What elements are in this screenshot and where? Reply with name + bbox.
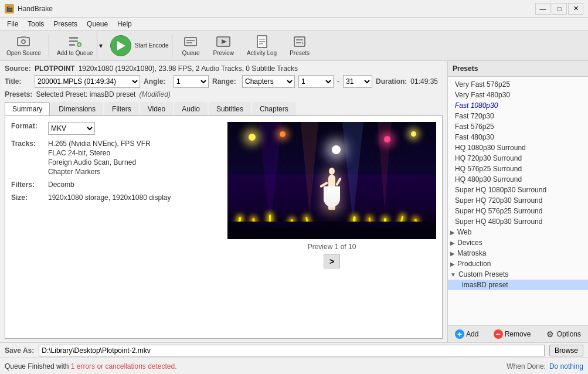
tab-filters[interactable]: Filters (104, 102, 139, 115)
track-1: H.265 (Nvidia NVEnc), FPS VFR (48, 140, 151, 148)
presets-row: Presets: Selected Preset: imasBD preset … (5, 90, 443, 98)
track-4: Chapter Markers (48, 168, 151, 176)
preview-button[interactable]: Preview (208, 32, 239, 59)
tracks-label: Tracks: (11, 140, 43, 176)
start-encode-button[interactable] (110, 35, 131, 56)
queue-button[interactable]: Queue (176, 32, 205, 59)
svg-rect-15 (259, 41, 265, 42)
status-text-1: Queue Finished (5, 362, 55, 370)
web-group-label: Web (457, 228, 471, 236)
preset-hq-576[interactable]: HQ 576p25 Surround (448, 164, 588, 174)
svg-rect-16 (259, 43, 263, 45)
add-preset-button[interactable]: + Add (453, 328, 481, 340)
preset-fast-720[interactable]: Fast 720p30 (448, 111, 588, 121)
preset-very-fast-576[interactable]: Very Fast 576p25 (448, 79, 588, 90)
app-icon: 🎬 (5, 4, 14, 13)
tabs-bar: Summary Dimensions Filters Video Audio S… (5, 102, 443, 116)
separator-2 (172, 35, 172, 57)
close-button[interactable]: ✕ (568, 3, 583, 15)
tracks-row: Tracks: H.265 (Nvidia NVEnc), FPS VFR FL… (11, 140, 222, 176)
add-to-queue-button[interactable]: + Add to Queue (53, 32, 97, 59)
production-group-label: Production (457, 260, 491, 268)
angle-select[interactable]: 1 (174, 75, 209, 88)
preset-group-web[interactable]: ▶ Web (448, 227, 588, 237)
preset-super-hq-576[interactable]: Super HQ 576p25 Surround (448, 206, 588, 216)
tab-chapters[interactable]: Chapters (252, 102, 296, 115)
presets-tree[interactable]: Very Fast 576p25 Very Fast 480p30 Fast 1… (448, 77, 588, 325)
tab-summary[interactable]: Summary (5, 102, 50, 115)
add-to-queue-group[interactable]: + Add to Queue ▾ (53, 32, 106, 59)
remove-preset-icon: − (494, 329, 503, 339)
svg-rect-17 (294, 37, 305, 46)
tab-dimensions[interactable]: Dimensions (51, 102, 103, 115)
toolbar: Open Source + Add to Queue ▾ Start Encod… (0, 30, 588, 61)
add-queue-dropdown-arrow[interactable]: ▾ (97, 32, 105, 59)
status-left: Queue Finished with 1 errors or cancella… (5, 362, 177, 370)
next-preview-button[interactable]: > (324, 254, 340, 268)
source-details: 1920x1080 (1920x1080), 23.98 FPS, 2 Audi… (79, 64, 298, 73)
menu-file[interactable]: File (2, 19, 23, 29)
preset-very-fast-480[interactable]: Very Fast 480p30 (448, 90, 588, 100)
tab-audio[interactable]: Audio (174, 102, 208, 115)
menu-help[interactable]: Help (113, 19, 137, 29)
preset-super-hq-720[interactable]: Super HQ 720p30 Surround (448, 195, 588, 206)
track-3: Foreign Audio Scan, Burned (48, 158, 151, 166)
window-controls: — □ ✕ (535, 3, 583, 15)
preset-super-hq-480[interactable]: Super HQ 480p30 Surround (448, 216, 588, 227)
do-nothing-link[interactable]: Do nothing (549, 362, 583, 370)
minimize-button[interactable]: — (535, 3, 550, 15)
tab-subtitles[interactable]: Subtitles (209, 102, 251, 115)
preset-group-custom[interactable]: ▼ Custom Presets (448, 269, 588, 280)
filters-row: Filters: Decomb (11, 181, 222, 189)
main-area: Source: PLOTPOINT 1920x1080 (1920x1080),… (0, 61, 588, 342)
duration-label: Duration: (376, 77, 407, 86)
tab-video[interactable]: Video (140, 102, 173, 115)
preset-fast-576[interactable]: Fast 576p25 (448, 121, 588, 132)
format-select[interactable]: MKV (48, 122, 95, 135)
options-preset-label: Options (557, 330, 581, 338)
preset-group-production[interactable]: ▶ Production (448, 259, 588, 269)
matroska-group-label: Matroska (457, 249, 486, 257)
preset-hq-720[interactable]: HQ 720p30 Surround (448, 153, 588, 164)
preset-fast-480[interactable]: Fast 480p30 (448, 132, 588, 142)
svg-rect-19 (296, 42, 301, 43)
maximize-button[interactable]: □ (552, 3, 567, 15)
web-group-arrow: ▶ (450, 229, 455, 236)
preset-fast-1080[interactable]: Fast 1080p30 (448, 100, 588, 111)
menu-presets[interactable]: Presets (49, 19, 82, 29)
save-path-input[interactable] (39, 345, 545, 356)
preset-group-matroska[interactable]: ▶ Matroska (448, 248, 588, 259)
svg-rect-14 (259, 39, 265, 40)
activity-log-icon (255, 35, 269, 49)
start-encode-label: Start Encode (135, 42, 169, 49)
title-select[interactable]: 200001.MPLS (01:49:34) (35, 75, 140, 88)
source-name: PLOTPOINT (35, 64, 75, 73)
menu-queue[interactable]: Queue (82, 19, 113, 29)
preset-group-devices[interactable]: ▶ Devices (448, 237, 588, 248)
options-preset-button[interactable]: ⚙ Options (543, 328, 583, 340)
chapter-end-select[interactable]: 31 (343, 75, 372, 88)
presets-button[interactable]: Presets (284, 32, 315, 59)
preset-hq-480[interactable]: HQ 480p30 Surround (448, 174, 588, 185)
activity-log-label: Activity Log (247, 50, 277, 56)
size-value: 1920x1080 storage, 1920x1080 display (48, 193, 171, 202)
chapter-start-select[interactable]: 1 (298, 75, 334, 88)
preset-imasbd[interactable]: imasBD preset (448, 280, 588, 290)
size-label: Size: (11, 193, 43, 202)
left-panel: Source: PLOTPOINT 1920x1080 (1920x1080),… (0, 61, 447, 342)
add-queue-icon: + (68, 35, 82, 49)
open-source-button[interactable]: Open Source (2, 32, 45, 59)
filters-label: Filters: (11, 181, 43, 189)
presets-panel: Presets Very Fast 576p25 Very Fast 480p3… (447, 61, 588, 342)
preset-hq-1080[interactable]: HQ 1080p30 Surround (448, 142, 588, 153)
menu-tools[interactable]: Tools (23, 19, 49, 29)
activity-log-button[interactable]: Activity Log (242, 32, 282, 59)
browse-button[interactable]: Browse (549, 345, 583, 356)
remove-preset-button[interactable]: − Remove (491, 328, 533, 340)
preset-super-hq-1080[interactable]: Super HQ 1080p30 Surround (448, 185, 588, 195)
range-select[interactable]: Chapters (242, 75, 295, 88)
format-row: Format: MKV (11, 122, 222, 135)
chapter-range-dash: - (337, 77, 339, 86)
open-source-icon (16, 35, 30, 49)
selected-preset-text: Selected Preset: imasBD preset (36, 90, 135, 98)
